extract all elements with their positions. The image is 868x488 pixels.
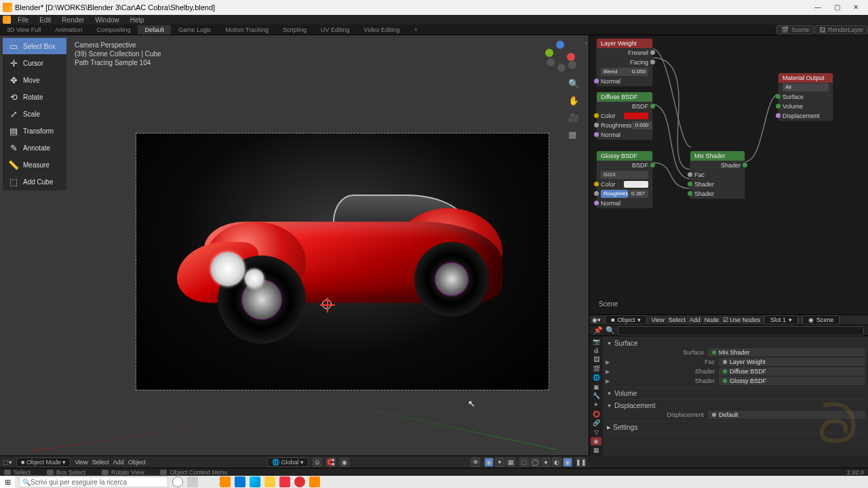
ptab-texture[interactable]: ▦	[591, 447, 601, 454]
tool-scale[interactable]: ⤢Scale	[3, 106, 66, 123]
bb-select[interactable]: Select	[92, 459, 109, 466]
cortana-icon[interactable]	[172, 476, 183, 487]
tool-select-box[interactable]: ▭Select Box	[3, 38, 66, 55]
tool-move[interactable]: ✥Move	[3, 72, 66, 89]
prop-fac[interactable]: Layer Weight	[719, 358, 865, 366]
ptab-particle[interactable]: ✦	[591, 401, 601, 409]
3d-viewport[interactable]: ▭Select Box ✛Cursor ✥Move ⟲Rotate ⤢Scale…	[0, 35, 589, 455]
bb-view[interactable]: View	[75, 459, 87, 466]
menu-window[interactable]: Window	[91, 16, 123, 24]
solid-icon[interactable]: ●	[541, 458, 551, 467]
property-search-input[interactable]	[618, 326, 864, 336]
panel-collapse-icon[interactable]: ‹	[585, 39, 587, 47]
mail-icon[interactable]	[235, 476, 245, 487]
ptab-constraint[interactable]: 🔗	[591, 420, 601, 427]
ws-gamelogic[interactable]: Game Logic	[172, 25, 218, 35]
pause-icon[interactable]: ❚❚	[576, 458, 586, 467]
ws-add[interactable]: +	[407, 25, 424, 35]
object-selector[interactable]: ■ Object ▾	[605, 315, 647, 325]
renderlayer-selector[interactable]: 🖼RenderLayer	[814, 25, 868, 35]
snap-icon[interactable]: 🧲	[326, 458, 336, 467]
taskview-icon[interactable]	[187, 476, 198, 487]
node-diffuse-bsdf[interactable]: Diffuse BSDF BSDF Color Roughness0.000 N…	[596, 92, 653, 140]
ptab-render[interactable]: 📷	[591, 338, 601, 345]
ptab-modifier[interactable]: 🔧	[591, 392, 601, 399]
hdr-view[interactable]: View	[651, 317, 664, 323]
ptab-output[interactable]: 🖨	[591, 346, 601, 354]
hdr-node[interactable]: Node	[705, 317, 719, 323]
taskbar-search[interactable]: 🔍 Scrivi qui per eseguire la ricerca	[19, 476, 168, 487]
bb-add[interactable]: Add	[113, 459, 124, 466]
mode-selector[interactable]: ■ Object Mode ▾	[16, 458, 71, 467]
tool-annotate[interactable]: ✎Annotate	[3, 140, 66, 157]
menu-file[interactable]: File	[14, 16, 33, 24]
edge-icon[interactable]	[250, 476, 260, 487]
menu-help[interactable]: Help	[126, 16, 149, 24]
node-mix-shader[interactable]: Mix Shader Shader Fac Shader Shader	[690, 150, 745, 199]
minimize-button[interactable]: —	[814, 3, 822, 12]
wireframe-icon[interactable]: ◯	[530, 458, 540, 467]
menu-render[interactable]: Render	[58, 16, 88, 24]
opera-icon[interactable]	[294, 476, 305, 487]
ptab-viewlayer[interactable]: 🖼	[591, 356, 601, 363]
ptab-material[interactable]: ◉	[591, 437, 601, 445]
pin-icon[interactable]: 📌	[593, 326, 603, 335]
scene-selector-prop[interactable]: ◉ Scene	[802, 315, 840, 325]
camera-icon[interactable]: 🎥	[568, 113, 579, 123]
app2-icon[interactable]	[279, 476, 290, 487]
ptab-physics[interactable]: ⭕	[591, 410, 601, 418]
node-material-output[interactable]: Material Output All Surface Volume Displ…	[778, 73, 833, 121]
tool-rotate[interactable]: ⟲Rotate	[3, 89, 66, 106]
ptab-data[interactable]: ▽	[591, 428, 601, 436]
gizmo-toggle-icon[interactable]: ✦	[495, 458, 505, 467]
prop-shader1[interactable]: Diffuse BSDF	[719, 367, 865, 375]
tool-transform[interactable]: ▤Transform	[3, 123, 66, 140]
ptab-scene[interactable]: 🎬	[591, 365, 601, 372]
node-glossy-bsdf[interactable]: Glossy BSDF BSDF GGX Color Roughness0.38…	[596, 150, 653, 209]
node-layer-weight[interactable]: Layer Weight Fresnel Facing Blend0.050 N…	[596, 38, 653, 87]
ptab-object[interactable]: ▣	[591, 383, 601, 390]
gizmo-y-icon[interactable]	[545, 49, 553, 57]
ws-animation[interactable]: Animation	[48, 25, 89, 35]
node-editor[interactable]: Layer Weight Fresnel Facing Blend0.050 N…	[589, 35, 868, 314]
matprev-icon[interactable]: ◐	[552, 458, 561, 467]
nav-gizmo[interactable]	[544, 41, 576, 73]
gizmo-x-icon[interactable]	[567, 53, 575, 61]
hdr-add[interactable]: Add	[690, 317, 701, 323]
shading-rendered-icon[interactable]: ◉	[484, 458, 494, 467]
expand-sh1[interactable]: ▶	[606, 369, 612, 375]
tool-add-cube[interactable]: ⬚Add Cube	[3, 174, 66, 190]
menu-edit[interactable]: Edit	[35, 16, 55, 24]
slot-selector[interactable]: Slot 1 ▾	[764, 315, 798, 325]
ws-3dviewfull[interactable]: 3D View Full	[0, 25, 47, 35]
section-surface[interactable]: ▼Surface	[606, 339, 865, 348]
ws-compositing[interactable]: Compositing	[90, 25, 137, 35]
pan-icon[interactable]: ✋	[568, 96, 579, 106]
editor-type-icon[interactable]: ⬚▾	[3, 459, 12, 466]
scene-selector[interactable]: 🎬Scene	[776, 25, 814, 35]
editor-type-icon[interactable]: ◉▾	[592, 317, 601, 323]
explorer-icon[interactable]	[264, 476, 275, 487]
expand-fac[interactable]: ▶	[606, 359, 612, 365]
overlay-icon[interactable]: 👁	[471, 458, 480, 467]
start-button[interactable]: ⊞	[0, 476, 15, 488]
tool-cursor[interactable]: ✛Cursor	[3, 55, 66, 72]
persp-icon[interactable]: ▦	[568, 129, 579, 140]
app1-icon[interactable]	[220, 476, 231, 487]
orientation-selector[interactable]: 🌐 Global ▾	[267, 458, 309, 467]
overlay-toggle-icon[interactable]: ▦	[506, 458, 515, 467]
close-button[interactable]: ✕	[852, 3, 860, 12]
blender-taskbar-icon[interactable]	[309, 476, 320, 487]
expand-sh2[interactable]: ▶	[606, 378, 612, 384]
ws-motiontracking[interactable]: Motion Tracking	[218, 25, 275, 35]
rendered-icon[interactable]: ◉	[563, 458, 572, 467]
bb-object[interactable]: Object	[128, 459, 146, 466]
prop-surface[interactable]: Mix Shader	[708, 348, 865, 357]
pivot-icon[interactable]: ⊙	[313, 458, 322, 467]
ptab-world[interactable]: 🌐	[591, 374, 601, 382]
prop-shader2[interactable]: Glossy BSDF	[719, 377, 865, 385]
zoom-icon[interactable]: 🔍	[568, 79, 579, 89]
ws-scripting[interactable]: Scripting	[276, 25, 313, 35]
ws-uvediting[interactable]: UV Editing	[314, 25, 357, 35]
proportional-icon[interactable]: ◉	[340, 458, 349, 467]
